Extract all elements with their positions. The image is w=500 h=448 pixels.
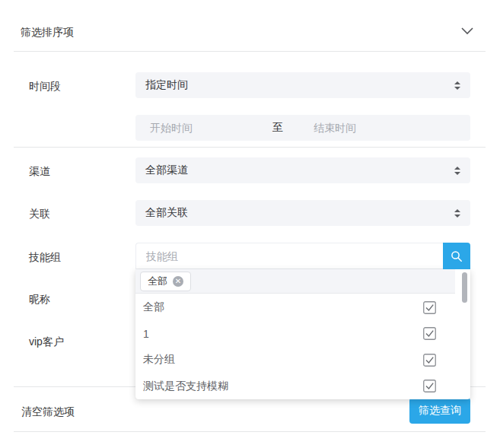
selected-tag: 全部 ✕	[140, 272, 191, 291]
divider	[14, 51, 486, 52]
divider	[14, 431, 486, 432]
caret-up-down-icon	[454, 81, 460, 90]
date-range-picker: 至	[135, 115, 470, 141]
caret-up-down-icon	[454, 209, 460, 218]
list-item[interactable]: 未分组	[135, 347, 470, 373]
panel-title: 筛选排序项	[21, 26, 74, 40]
option-label: 1	[143, 328, 423, 340]
list-item[interactable]: 测试是否支持模糊	[135, 373, 470, 400]
time-period-select[interactable]: 指定时间	[135, 72, 470, 98]
checkbox-checked-icon[interactable]	[423, 301, 436, 314]
skill-group-search-input[interactable]	[135, 243, 443, 269]
close-circle-icon[interactable]: ✕	[173, 276, 183, 287]
selected-tag-label: 全部	[148, 275, 167, 288]
date-range-separator: 至	[272, 121, 314, 135]
list-item[interactable]: 1	[135, 321, 470, 348]
option-label: 全部	[143, 300, 423, 314]
time-period-value: 指定时间	[145, 78, 454, 92]
relation-select[interactable]: 全部关联	[135, 200, 470, 226]
filter-query-button[interactable]: 筛选查询	[409, 398, 470, 424]
divider	[14, 147, 486, 148]
checkbox-checked-icon[interactable]	[423, 380, 436, 392]
start-time-input[interactable]	[135, 115, 272, 141]
chevron-down-icon[interactable]	[460, 25, 474, 36]
search-icon	[450, 249, 463, 263]
option-label: 未分组	[143, 353, 423, 367]
channel-value: 全部渠道	[145, 164, 454, 177]
checkbox-checked-icon[interactable]	[423, 354, 436, 367]
clear-filters-button[interactable]: 清空筛选项	[21, 405, 75, 419]
end-time-input[interactable]	[314, 115, 470, 141]
skill-group-options: 全部 1 未分组 测试是否支	[135, 294, 470, 399]
caret-up-down-icon	[454, 167, 460, 175]
channel-select[interactable]: 全部渠道	[135, 157, 470, 183]
search-button[interactable]	[443, 243, 470, 269]
checkbox-checked-icon[interactable]	[423, 327, 436, 340]
relation-label: 关联	[29, 208, 50, 221]
option-label: 测试是否支持模糊	[143, 380, 423, 393]
skill-group-label: 技能组	[29, 251, 61, 265]
relation-value: 全部关联	[145, 206, 454, 220]
skill-group-dropdown: 全部 ✕ 全部 1 未分组	[135, 269, 470, 399]
time-period-label: 时间段	[29, 80, 61, 94]
vip-label: vip客户	[29, 335, 64, 349]
list-item[interactable]: 全部	[135, 294, 470, 321]
filter-sort-panel: 筛选排序项 时间段 指定时间 至 渠道 全部渠道 关联 全部关联 技能组 昵称 …	[0, 0, 500, 448]
selected-tags-row: 全部 ✕	[135, 269, 455, 294]
channel-label: 渠道	[29, 165, 50, 179]
nickname-label: 昵称	[29, 293, 50, 307]
